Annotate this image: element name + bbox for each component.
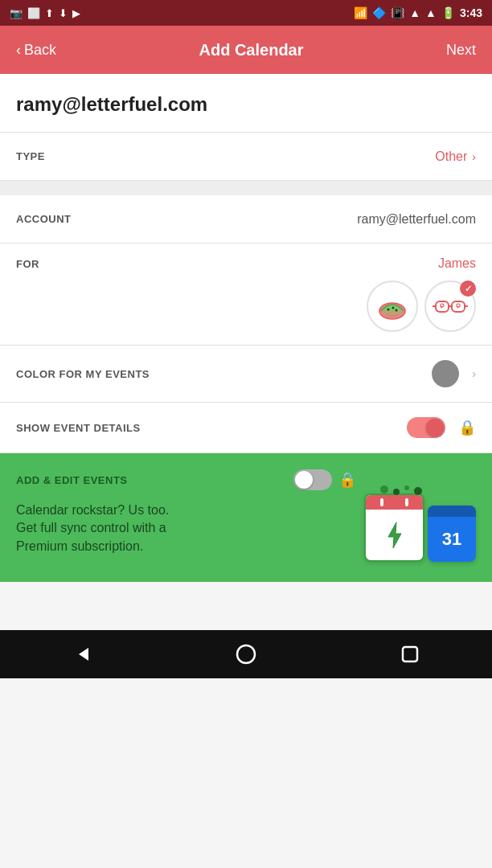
color-circle (432, 360, 459, 387)
cast-icon: 📶 (354, 6, 367, 19)
svg-point-4 (396, 309, 398, 312)
status-bar-left: 📷 ⬜ ⬆ ⬇ ▶ (10, 7, 80, 19)
back-chevron-icon: ‹ (16, 42, 21, 59)
wifi-icon: ▲ (409, 6, 420, 19)
back-button[interactable]: ‹ Back (16, 42, 56, 59)
type-value[interactable]: Other › (435, 149, 476, 164)
avatars-container: ✓ ✦ ✦ (16, 280, 476, 332)
calendar-book-illustration (364, 493, 424, 562)
back-label: Back (24, 42, 56, 59)
status-bar: 📷 ⬜ ⬆ ⬇ ▶ 📶 🔷 📳 ▲ ▲ 🔋 3:43 (0, 0, 492, 26)
for-label: FOR (16, 258, 39, 270)
for-selected-name: James (438, 256, 476, 271)
premium-left: ADD & EDIT EVENTS 🔒 Calendar rockstar? U… (16, 469, 356, 555)
time-display: 3:43 (460, 6, 482, 19)
avatar-1[interactable] (367, 280, 418, 332)
add-edit-events-toggle[interactable] (293, 469, 332, 490)
nav-back-icon (72, 645, 92, 664)
svg-text:✦: ✦ (456, 305, 459, 309)
premium-top-row: ADD & EDIT EVENTS 🔒 (16, 469, 356, 490)
next-button[interactable]: Next (446, 42, 476, 59)
premium-description: Calendar rockstar? Us too. Get full sync… (16, 502, 193, 555)
color-chevron-icon: › (472, 367, 476, 380)
blue-cal-header (428, 506, 476, 517)
svg-point-2 (387, 309, 390, 311)
nav-home-icon (236, 644, 256, 665)
lightning-icon (380, 521, 409, 550)
show-event-details-toggle[interactable] (407, 417, 445, 438)
nav-back-button[interactable] (62, 634, 102, 674)
cal-header (366, 495, 423, 510)
dots-decoration (380, 485, 422, 495)
battery-icon: 🔋 (441, 6, 455, 19)
camera-icon: 📷 (10, 7, 23, 19)
account-row: ACCOUNT ramy@letterfuel.com (0, 195, 492, 244)
nav-recent-icon (401, 645, 419, 663)
for-row: FOR James ✓ (0, 244, 492, 346)
svg-marker-14 (388, 522, 401, 548)
premium-section: ADD & EDIT EVENTS 🔒 Calendar rockstar? U… (0, 453, 492, 582)
nav-bar (0, 630, 492, 678)
email-section: ramy@letterfuel.com (0, 74, 492, 133)
upload-icon: ⬆ (45, 7, 54, 19)
vibrate-icon: 📳 (391, 6, 404, 19)
bottom-empty-area (0, 582, 492, 630)
watermelon-icon (375, 289, 410, 324)
premium-illustration: 31 (364, 477, 476, 562)
bluetooth-icon: 🔷 (372, 6, 386, 19)
color-events-row[interactable]: COLOR FOR MY EVENTS › (0, 346, 492, 403)
account-value: ramy@letterfuel.com (357, 212, 476, 227)
add-edit-events-label: ADD & EDIT EVENTS (16, 474, 128, 486)
nav-recent-button[interactable] (390, 634, 430, 674)
premium-lock-icon: 🔒 (338, 471, 356, 489)
avatar-2[interactable]: ✓ ✦ ✦ (424, 280, 476, 332)
type-chevron-icon: › (472, 150, 476, 163)
status-bar-right: 📶 🔷 📳 ▲ ▲ 🔋 3:43 (354, 6, 482, 19)
color-events-label: COLOR FOR MY EVENTS (16, 368, 150, 380)
play-icon: ▶ (72, 7, 80, 19)
cal-body (366, 510, 423, 560)
signal-icon: ▲ (425, 6, 437, 19)
avatar-check-icon: ✓ (460, 280, 476, 297)
type-value-text: Other (435, 149, 467, 164)
page-title: Add Calendar (199, 41, 303, 59)
calendar-31-illustration: 31 (428, 506, 476, 562)
event-details-lock-icon: 🔒 (458, 419, 476, 436)
nav-home-button[interactable] (226, 634, 266, 674)
account-email: ramy@letterfuel.com (16, 93, 207, 115)
add-edit-toggle-knob (295, 471, 313, 489)
svg-rect-17 (403, 647, 417, 661)
toggle-knob (426, 419, 444, 436)
svg-text:✦: ✦ (440, 305, 443, 309)
show-event-details-label: SHOW EVENT DETAILS (16, 422, 141, 434)
type-row[interactable]: TYPE Other › (0, 133, 492, 181)
header: ‹ Back Add Calendar Next (0, 26, 492, 74)
stop-icon: ⬜ (27, 7, 40, 19)
type-label: TYPE (16, 150, 45, 162)
svg-point-3 (392, 307, 395, 309)
svg-point-16 (237, 645, 255, 663)
account-label: ACCOUNT (16, 213, 72, 225)
color-row-right: › (432, 360, 476, 387)
show-event-details-row[interactable]: SHOW EVENT DETAILS 🔒 (0, 403, 492, 453)
blue-cal-date: 31 (428, 517, 476, 562)
svg-marker-15 (79, 648, 88, 661)
download-icon: ⬇ (59, 7, 68, 19)
section-divider (0, 181, 492, 195)
add-edit-toggle-row: 🔒 (293, 469, 356, 490)
